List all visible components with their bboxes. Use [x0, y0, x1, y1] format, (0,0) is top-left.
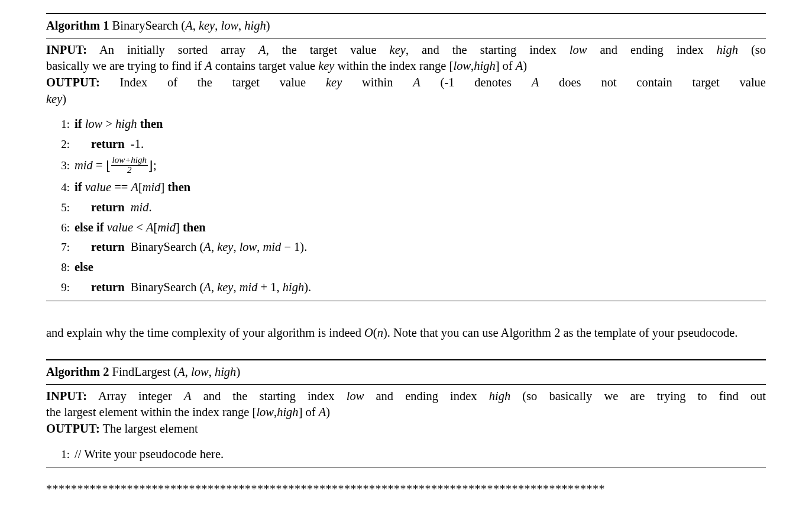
line-number: 1: [46, 447, 75, 462]
line-number: 3: [46, 158, 75, 173]
pseudocode-line: 3:mid = ⌊low+high2⌋; [46, 154, 766, 178]
line-body: return mid. [75, 199, 766, 216]
algorithm-1-params: (A, key, low, high) [181, 19, 270, 32]
algorithm-1-name: BinarySearch [112, 19, 179, 32]
pseudocode-line: 2:return -1. [46, 134, 766, 154]
rule [46, 359, 766, 360]
line-number: 7: [46, 240, 75, 255]
pseudocode-line: 6:else if value < A[mid] then [46, 218, 766, 238]
algorithm-1-label: Algorithm 1 [46, 19, 109, 32]
algorithm-2-title: Algorithm 2 FindLargest (A, low, high) [46, 362, 766, 383]
line-body: else [75, 259, 766, 276]
line-number: 8: [46, 260, 75, 275]
rule [46, 38, 766, 38]
algorithm-1-lines: 1:if low > high then2:return -1.3:mid = … [46, 111, 766, 299]
line-body: else if value < A[mid] then [75, 220, 766, 236]
pseudocode-line: 1:// Write your pseudocode here. [46, 444, 766, 465]
line-body: // Write your pseudocode here. [75, 446, 766, 463]
pseudocode-line: 1:if low > high then [46, 114, 766, 134]
pseudocode-line: 4:if value == A[mid] then [46, 178, 766, 198]
line-number: 1: [46, 117, 75, 132]
pseudocode-line: 5:return mid. [46, 198, 766, 218]
algorithm-1-block: Algorithm 1 BinarySearch (A, key, low, h… [46, 13, 766, 301]
body-paragraph: and explain why the time complexity of y… [46, 325, 766, 341]
line-body: return -1. [75, 136, 766, 153]
algorithm-2-desc: INPUT: Array integer A and the starting … [46, 386, 766, 441]
line-number: 6: [46, 220, 75, 236]
rule [46, 13, 766, 14]
algorithm-2-lines: 1:// Write your pseudocode here. [46, 441, 766, 467]
pseudocode-line: 7:return BinarySearch (A, key, low, mid … [46, 237, 766, 257]
algorithm-1-title: Algorithm 1 BinarySearch (A, key, low, h… [46, 15, 766, 37]
pseudocode-line: 9:return BinarySearch (A, key, mid + 1, … [46, 278, 766, 298]
line-number: 5: [46, 200, 75, 215]
line-number: 2: [46, 137, 75, 152]
page-root: Algorithm 1 BinarySearch (A, key, low, h… [0, 0, 812, 509]
line-number: 9: [46, 280, 75, 295]
algorithm-2-params: (A, low, high) [173, 365, 240, 378]
rule [46, 468, 766, 468]
rule [46, 384, 766, 385]
algorithm-2-block: Algorithm 2 FindLargest (A, low, high) I… [46, 359, 766, 468]
line-body: return BinarySearch (A, key, mid + 1, hi… [75, 279, 766, 296]
line-body: if low > high then [75, 116, 766, 133]
algorithm-2-label: Algorithm 2 [46, 365, 109, 378]
algorithm-1-desc: INPUT: An initially sorted array A, the … [46, 40, 766, 111]
line-number: 4: [46, 180, 75, 195]
rule [46, 301, 766, 301]
line-body: return BinarySearch (A, key, low, mid − … [75, 239, 766, 256]
separator-stars: ****************************************… [46, 481, 766, 497]
line-body: mid = ⌊low+high2⌋; [75, 156, 766, 176]
line-body: if value == A[mid] then [75, 179, 766, 196]
pseudocode-line: 8:else [46, 257, 766, 278]
algorithm-2-name: FindLargest [112, 365, 171, 378]
